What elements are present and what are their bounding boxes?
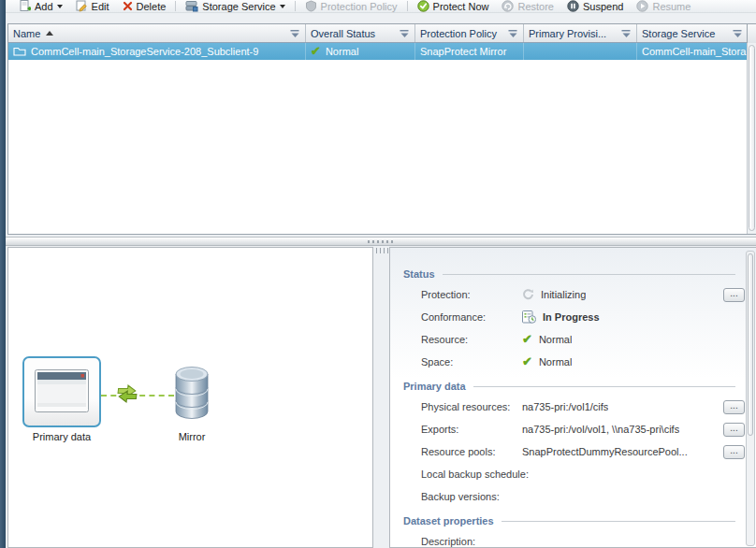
heading-rule (443, 274, 735, 275)
space-status-text: Normal (539, 356, 572, 368)
column-label: Overall Status (311, 28, 375, 39)
chevron-down-icon (57, 5, 63, 8)
delete-button[interactable]: Delete (116, 0, 173, 13)
column-label: Name (13, 28, 40, 39)
vertical-splitter-grip[interactable] (376, 248, 389, 253)
details-panel: Status Protection: Initializing ... Conf… (389, 247, 756, 548)
primary-data-node[interactable] (22, 356, 101, 427)
sort-ascending-icon (46, 31, 53, 36)
protection-policy-icon (305, 0, 317, 12)
row-label: Space: (421, 356, 522, 368)
physical-resources-value: na735-pri:/vol1/cifs (522, 401, 608, 412)
check-icon: ✔ (311, 46, 321, 57)
splitter-grip[interactable] (368, 240, 394, 243)
filter-icon[interactable] (503, 29, 518, 38)
table-row[interactable]: CommCell-main_StorageService-208_Subclie… (8, 43, 748, 60)
protect-now-icon (417, 0, 429, 12)
storage-service-text: CommCell-main_Stora... (642, 46, 748, 57)
ellipsis-button[interactable]: ... (723, 423, 745, 437)
column-header-name[interactable]: Name (8, 24, 306, 42)
cell-overall-status: ✔ Normal (306, 43, 415, 60)
folder-icon (13, 46, 26, 58)
delete-label: Delete (137, 1, 167, 12)
row-label: Description: (421, 536, 571, 547)
mirror-node[interactable] (174, 366, 210, 422)
edit-label: Edit (92, 1, 109, 12)
resource-status-text: Normal (539, 334, 572, 345)
row-label: Local backup schedule: (421, 469, 571, 480)
section-heading-primary-data: Primary data (390, 381, 756, 392)
column-header-overall-status[interactable]: Overall Status (306, 24, 415, 42)
suspend-button[interactable]: Suspend (560, 0, 630, 13)
row-label: Resource pools: (421, 446, 522, 457)
cell-primary-provisioning (524, 43, 637, 60)
window-left-edge (0, 0, 6, 548)
column-label: Protection Policy (420, 28, 497, 39)
chevron-down-icon (280, 5, 285, 8)
cell-protection-policy: SnapProtect Mirror (415, 43, 524, 60)
toolbar-separator (175, 1, 176, 11)
refresh-icon (522, 288, 534, 302)
check-icon: ✔ (522, 356, 532, 368)
edit-button[interactable]: Edit (69, 0, 116, 13)
ellipsis-button[interactable]: ... (723, 288, 745, 302)
row-label: Exports: (421, 424, 522, 435)
filter-icon[interactable] (395, 29, 410, 38)
detail-row-resource: Resource: ✔ Normal (390, 328, 756, 351)
topology-diagram-panel: Primary data Mirror (7, 247, 373, 548)
scrollbar-thumb[interactable] (749, 45, 755, 231)
row-label: Backup versions: (421, 491, 571, 502)
ellipsis-button[interactable]: ... (723, 445, 745, 459)
section-title: Status (403, 268, 435, 280)
check-icon: ✔ (522, 334, 532, 345)
detail-row-description: Description: (390, 530, 756, 548)
detail-row-protection: Protection: Initializing ... (390, 283, 756, 306)
resume-button[interactable]: Resume (630, 0, 697, 13)
delete-icon (123, 1, 133, 11)
horizontal-splitter[interactable] (6, 237, 756, 246)
column-header-primary-provisioning[interactable]: Primary Provisi... (524, 24, 637, 42)
detail-row-conformance: Conformance: In Progress (390, 306, 756, 328)
conformance-clock-icon (522, 309, 536, 325)
storage-service-button[interactable]: Storage Service (179, 0, 291, 13)
toolbar: Add Edit Delete Storage Service Protecti… (6, 0, 756, 13)
column-header-protection-policy[interactable]: Protection Policy (415, 24, 524, 42)
section-heading-status: Status (390, 268, 756, 280)
protection-policy-button[interactable]: Protection Policy (298, 0, 404, 13)
filter-icon[interactable] (728, 29, 743, 38)
policy-text: SnapProtect Mirror (420, 46, 506, 57)
detail-row-exports: Exports: na735-pri:/vol/vol1, \\na735-pr… (390, 418, 756, 440)
column-header-storage-service[interactable]: Storage Service (637, 24, 748, 42)
column-label: Primary Provisi... (529, 28, 606, 39)
storage-service-label: Storage Service (202, 1, 275, 12)
protect-now-button[interactable]: Protect Now (411, 0, 496, 13)
grid-vertical-scrollbar[interactable] (747, 43, 756, 234)
add-label: Add (35, 1, 53, 12)
suspend-icon (567, 0, 579, 12)
toolbar-separator (295, 1, 296, 11)
conformance-status-text: In Progress (543, 311, 600, 323)
protection-status-text: Initializing (541, 289, 586, 300)
scrollbar-thumb[interactable] (748, 253, 753, 436)
detail-row-physical-resources: Physical resources: na735-pri:/vol1/cifs… (390, 396, 756, 418)
heading-rule (473, 386, 735, 387)
exports-value: na735-pri:/vol/vol1, \\na735-pri\cifs (522, 424, 679, 435)
filter-icon[interactable] (285, 29, 300, 38)
mirror-node-label: Mirror (158, 431, 225, 442)
column-label: Storage Service (642, 28, 715, 39)
add-icon (20, 0, 31, 12)
row-label: Conformance: (421, 311, 522, 323)
grid-header: Name Overall Status Protection Policy Pr… (8, 24, 756, 43)
add-button[interactable]: Add (13, 0, 69, 13)
section-heading-dataset-properties: Dataset properties (390, 515, 756, 526)
protect-now-label: Protect Now (433, 1, 489, 12)
row-label: Resource: (421, 334, 522, 345)
ellipsis-button[interactable]: ... (723, 400, 745, 414)
restore-button[interactable]: Restore (495, 0, 560, 13)
window-icon (35, 369, 89, 414)
cell-name: CommCell-main_StorageService-208_Subclie… (8, 43, 306, 60)
filter-icon[interactable] (617, 29, 632, 38)
section-title: Dataset properties (403, 515, 494, 526)
details-vertical-scrollbar[interactable] (746, 251, 755, 546)
status-text: Normal (326, 46, 358, 57)
